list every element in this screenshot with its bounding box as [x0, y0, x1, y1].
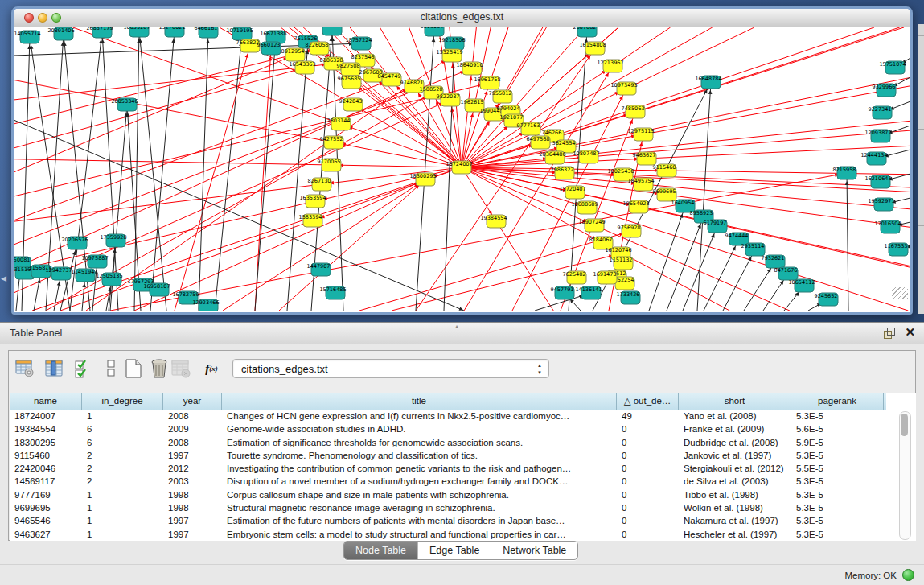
edge-arrow-icon — [639, 142, 643, 146]
tab-node-table[interactable]: Node Table — [344, 542, 417, 559]
table-row[interactable]: 1456911722003Disruption of a novel membe… — [10, 475, 886, 488]
graph-node-label: 20206576 — [61, 237, 88, 243]
graph-node-label: 15720407 — [559, 186, 585, 192]
graph-node-label: 9699695 — [653, 188, 676, 195]
graph-node-label: 746266 — [542, 130, 562, 136]
table-tabs: Node TableEdge TableNetwork Table — [343, 541, 578, 560]
table-cell: Wolkin et al. (1998) — [679, 501, 791, 514]
graph-node-label: 9474444 — [725, 233, 749, 239]
tab-network-table[interactable]: Network Table — [491, 542, 577, 559]
graph-node-label: 9329966 — [873, 84, 896, 90]
delete-column-icon[interactable] — [150, 358, 169, 379]
table-body: 1872400712008Changes of HCN gene express… — [10, 410, 886, 541]
graph-node-label: 8215958 — [833, 167, 856, 173]
table-cell: 2009 — [163, 422, 222, 435]
graph-edge — [287, 42, 308, 311]
new-column-icon[interactable] — [124, 358, 143, 379]
table-cell: 0 — [617, 514, 679, 527]
edge-arrow-icon — [432, 38, 436, 42]
table-cell: Corpus callosum shape and size in male p… — [222, 488, 617, 501]
column-header-title[interactable]: title — [222, 393, 617, 410]
graph-node-label: 9463627 — [633, 152, 656, 159]
graph-node-label: 14055714 — [14, 31, 40, 37]
graph-node-label: 2687682 — [573, 27, 597, 31]
close-panel-icon[interactable]: ✕ — [905, 325, 915, 340]
table-cell: Genome-wide association studies in ADHD. — [222, 422, 617, 435]
table-panel-header[interactable]: ▴ Table Panel ✕ — [0, 323, 924, 344]
graph-node-label: 15276021 — [158, 27, 185, 31]
graph-node-label: 16782759 — [172, 291, 199, 298]
column-header-out_de[interactable]: △ out_de… — [617, 393, 679, 410]
column-header-name[interactable]: name — [10, 393, 82, 410]
table-cell: Estimation of the future numbers of pati… — [222, 514, 617, 527]
table-cell: 9777169 — [10, 488, 82, 501]
table-cell: Stergiakouli et al. (2012) — [679, 462, 791, 475]
table-cell: 0 — [617, 501, 679, 514]
network-window[interactable]: citations_edges.txt 14055714208914062683… — [11, 6, 913, 315]
edge-arrow-icon — [780, 280, 784, 284]
graph-node-label: 9427552 — [320, 136, 343, 142]
graph-edge — [462, 167, 908, 311]
panel-splitter-grip[interactable]: ▴ — [455, 323, 458, 330]
graph-node-label: 17359928 — [100, 234, 126, 241]
table-row[interactable]: 946362711997Embryonic stem cells: a mode… — [10, 528, 886, 541]
table-row[interactable]: 977716911998Corpus callosum shape and si… — [10, 488, 886, 501]
graph-node-label: 19592971 — [868, 198, 894, 204]
table-cell: Tibbo et al. (1998) — [679, 488, 791, 501]
graph-edge — [255, 37, 276, 311]
collapse-panel-icon[interactable]: ◀ — [1, 274, 6, 282]
table-row[interactable]: 911546021997Tourette syndrome. Phenomeno… — [10, 449, 886, 462]
graph-node-label: 1145194 — [72, 269, 95, 275]
graph-node-label: 16671388 — [260, 31, 286, 37]
graph-node-label: 7932621 — [762, 255, 785, 262]
graph-node-label: 16120746 — [605, 247, 631, 253]
node-table: namein_degreeyeartitle△ out_de…shortpage… — [10, 393, 916, 541]
unselect-all-columns-icon[interactable] — [101, 358, 121, 379]
graph-node-label: 9827508 — [337, 63, 360, 69]
table-cell: Hescheler et al. (1997) — [679, 528, 791, 541]
table-selector-dropdown[interactable]: citations_edges.txt ▲▼ — [232, 359, 549, 378]
show-column-icon[interactable] — [45, 358, 64, 379]
table-cell: 18300295 — [10, 436, 82, 449]
memory-ok-icon[interactable] — [902, 569, 914, 581]
function-builder-icon[interactable]: f(x) — [202, 358, 221, 379]
table-row[interactable]: 969969511998Structural magnetic resonanc… — [10, 501, 886, 514]
graph-node-label: 26837179 — [86, 27, 113, 31]
graph-node-label: 18300295 — [409, 173, 436, 179]
network-graph[interactable]: 1405571420891406268371791065328715276021… — [14, 27, 910, 311]
table-cell: Franke et al. (2009) — [679, 422, 791, 435]
table-cell: 5.5E-5 — [791, 462, 884, 475]
column-header-short[interactable]: short — [679, 393, 791, 410]
network-window-titlebar[interactable]: citations_edges.txt — [14, 9, 910, 27]
column-header-pagerank[interactable]: pagerank — [791, 393, 884, 410]
column-header-year[interactable]: year — [163, 393, 222, 410]
table-row[interactable]: 1830029562008Estimation of significance … — [10, 436, 886, 449]
table-row[interactable]: 2242004622012Investigating the contribut… — [10, 462, 886, 475]
vertical-scrollbar[interactable] — [899, 411, 911, 540]
graph-node-label: 9146821 — [400, 80, 424, 86]
table-row[interactable]: 1938455462009Genome-wide association stu… — [10, 422, 886, 435]
graph-node-label: 8267130 — [308, 178, 331, 184]
float-panel-icon[interactable] — [884, 328, 895, 339]
table-cell: 1 — [82, 501, 163, 514]
table-cell: 1 — [82, 528, 163, 541]
network-canvas[interactable]: 1405571420891406268371791065328715276021… — [14, 27, 910, 311]
table-selector-value: citations_edges.txt — [241, 363, 328, 375]
window-resize-grip[interactable] — [892, 287, 908, 299]
tab-edge-table[interactable]: Edge Table — [417, 542, 491, 559]
select-all-columns-icon[interactable] — [73, 358, 92, 379]
graph-node-label: 10719195 — [226, 27, 253, 34]
scrollbar-thumb[interactable] — [901, 414, 908, 436]
graph-edge — [462, 27, 900, 167]
graph-node-label: 8813054 — [421, 27, 444, 30]
graph-node-label: 10975887 — [81, 255, 108, 262]
table-row[interactable]: 1872400712008Changes of HCN gene express… — [10, 410, 886, 422]
table-cell: 2 — [82, 462, 163, 475]
table-cell: 1997 — [163, 514, 222, 527]
table-cell: 0 — [617, 436, 679, 449]
table-cell: 0 — [617, 528, 679, 541]
column-header-in_degree[interactable]: in_degree — [82, 393, 163, 410]
table-row[interactable]: 946554611997Estimation of the future num… — [10, 514, 886, 527]
table-cell: 6 — [82, 422, 163, 435]
table-settings-icon[interactable] — [15, 358, 35, 379]
